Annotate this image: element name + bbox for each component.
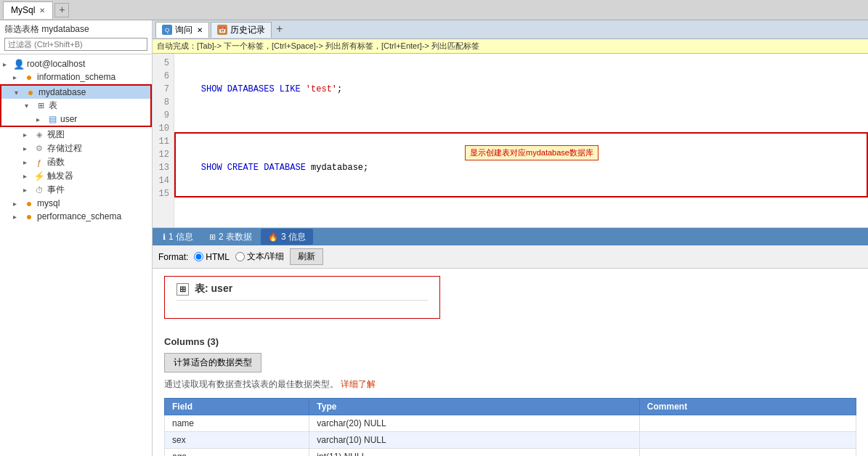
event-icon: ⏱ (33, 184, 45, 196)
tab-mysql-label: MySql (11, 5, 35, 15)
table-folder-icon: ⊞ (35, 100, 46, 112)
tree-item-user-table[interactable]: ▸ ▤ user (1, 113, 150, 126)
tree-item-triggers[interactable]: ▸ ⚡ 触发器 (0, 169, 152, 183)
format-label: Format: (158, 252, 188, 262)
cell-sex-field: sex (165, 432, 309, 449)
trigger-icon: ⚡ (33, 171, 45, 182)
top-tab-bar: MySql ✕ + (0, 0, 868, 20)
expander-user: ▸ (36, 115, 46, 123)
calc-btn[interactable]: 计算适合的数据类型 (164, 353, 261, 372)
columns-table: Field Type Comment name varchar(20) NULL (164, 398, 856, 456)
bottom-tab-3info[interactable]: 🔥 3 信息 (261, 229, 313, 245)
main-layout: 筛选表格 mydatabase ▸ 👤 root@localhost ▸ ● i… (0, 20, 868, 456)
code-lines: 5 6 7 8 9 10 11 12 13 14 15 SHOW DATABAS… (153, 54, 868, 227)
query-tab-history[interactable]: 📅 历史记录 (211, 22, 272, 38)
filter-input[interactable] (8, 40, 144, 49)
add-query-tab-button[interactable]: + (276, 23, 283, 36)
filter-label: 筛选表格 mydatabase (4, 24, 89, 34)
expander-events: ▸ (23, 186, 33, 194)
autocomplete-hint-text: 自动完成：[Tab]-> 下一个标签，[Ctrl+Space]-> 列出所有标签… (157, 41, 479, 50)
query-tab-label-询问: 询问 (175, 24, 192, 36)
query-tab-label-history: 历史记录 (230, 24, 265, 36)
expander-views: ▸ (23, 131, 33, 139)
col-header-comment: Comment (639, 399, 856, 415)
cell-age-comment (639, 449, 856, 457)
tree-item-tables-folder[interactable]: ▾ ⊞ 表 (1, 99, 150, 113)
format-html-text: HTML (206, 252, 230, 262)
query-tab-询问[interactable]: Q 询问 ✕ (155, 22, 209, 38)
db-icon-perf: ● (23, 211, 35, 222)
query-tab-close-询问[interactable]: ✕ (197, 26, 203, 34)
table-tab-icon: ⊞ (209, 232, 216, 242)
bottom-tab-1info[interactable]: ℹ 1 信息 (155, 229, 200, 245)
tree-item-views[interactable]: ▸ ◈ 视图 (0, 128, 152, 142)
expander-triggers: ▸ (23, 172, 33, 180)
tree-item-perfschema[interactable]: ▸ ● performance_schema (0, 210, 152, 223)
table-grid-icon: ⊞ (177, 283, 189, 296)
format-html-radio[interactable] (194, 252, 203, 261)
cell-sex-type: varchar(10) NULL (309, 432, 640, 449)
bottom-tab-label-1: 1 信息 (169, 231, 193, 243)
format-text-text: 文本/详细 (247, 251, 284, 263)
linenum-7: 7 (157, 83, 169, 96)
tree-label-triggers: 触发器 (47, 170, 73, 182)
code-content[interactable]: SHOW DATABASES LIKE 'test'; SHOW CREATE … (174, 54, 868, 227)
query-icon: Q (162, 25, 172, 35)
cell-name-comment (639, 415, 856, 432)
bottom-tab-2table[interactable]: ⊞ 2 表数据 (202, 229, 259, 245)
linenum-5: 5 (157, 57, 169, 70)
tree-label-sprocs: 存储过程 (47, 142, 82, 155)
tree-item-events[interactable]: ▸ ⏱ 事件 (0, 183, 152, 197)
tree-item-sprocs[interactable]: ▸ ⚙ 存储过程 (0, 142, 152, 155)
refresh-button[interactable]: 刷新 (290, 248, 323, 265)
expander-mydb: ▾ (15, 89, 25, 97)
format-text-radio[interactable] (235, 252, 245, 261)
history-icon: 📅 (217, 25, 227, 35)
object-tree: ▸ 👤 root@localhost ▸ ● information_schem… (0, 54, 152, 456)
autocomplete-hint: 自动完成：[Tab]-> 下一个标签，[Ctrl+Space]-> 列出所有标签… (153, 39, 868, 54)
tree-item-mysql[interactable]: ▸ ● mysql (0, 197, 152, 210)
tree-item-root[interactable]: ▸ 👤 root@localhost (0, 57, 152, 70)
expander-perf: ▸ (13, 213, 23, 221)
bottom-tabs: ℹ 1 信息 ⊞ 2 表数据 🔥 3 信息 (153, 228, 868, 245)
refresh-label: 刷新 (298, 251, 315, 261)
cell-age-field: age (165, 449, 309, 457)
tree-label-info: information_schema (37, 72, 115, 82)
add-tab-button[interactable]: + (54, 3, 69, 17)
expander-mysql: ▸ (13, 200, 23, 208)
tab-mysql[interactable]: MySql ✕ (3, 1, 53, 19)
tree-item-information-schema[interactable]: ▸ ● information_schema (0, 70, 152, 84)
code-line-8 (180, 200, 862, 213)
tree-label-tables: 表 (49, 99, 57, 112)
expander-info: ▸ (13, 73, 23, 81)
tree-label-root: root@localhost (27, 59, 85, 69)
user-icon: 👤 (13, 58, 25, 70)
linenum-6: 6 (157, 70, 169, 83)
bottom-tab-label-2: 2 表数据 (219, 231, 252, 243)
format-text-label[interactable]: 文本/详细 (235, 251, 284, 263)
table-icon-user: ▤ (46, 113, 58, 125)
tab-mysql-close[interactable]: ✕ (39, 7, 45, 15)
expander-funcs: ▸ (23, 158, 33, 166)
fire-tab-icon: 🔥 (268, 232, 278, 242)
info-panel: ⊞ 表: user Columns (3) 计算适合的数据类型 通过读取现有数据… (153, 269, 868, 456)
left-panel: 筛选表格 mydatabase ▸ 👤 root@localhost ▸ ● i… (0, 20, 153, 456)
expander-tables: ▾ (25, 102, 35, 110)
calc-learn-more-link[interactable]: 详细了解 (341, 379, 376, 389)
info-tab-icon: ℹ (163, 232, 166, 242)
table-row-age: age int(11) NULL (165, 449, 856, 457)
filter-input-row[interactable] (4, 38, 147, 51)
tree-item-functions[interactable]: ▸ ƒ 函数 (0, 155, 152, 169)
tree-item-mydatabase[interactable]: ▾ ● mydatabase (1, 86, 150, 99)
code-editor[interactable]: 5 6 7 8 9 10 11 12 13 14 15 SHOW DATABAS… (153, 54, 868, 228)
table-row-sex: sex varchar(10) NULL (165, 432, 856, 449)
linenum-12: 12 (157, 148, 169, 161)
linenum-9: 9 (157, 109, 169, 122)
db-icon-info: ● (23, 71, 35, 83)
linenum-11: 11 (157, 135, 169, 148)
format-html-label[interactable]: HTML (194, 252, 230, 262)
calc-desc: 通过读取现有数据查找该表的最佳数据类型。 详细了解 (164, 378, 856, 391)
linenum-13: 13 (157, 161, 169, 174)
code-line-7: SHOW CREATE DATABASE mydatabase; (180, 161, 862, 174)
linenum-15: 15 (157, 187, 169, 200)
